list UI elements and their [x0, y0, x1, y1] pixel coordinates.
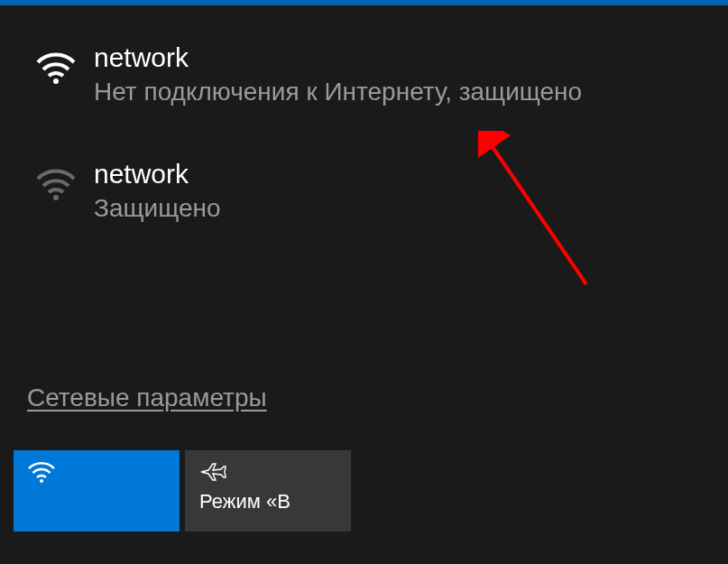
wifi-icon	[36, 46, 76, 86]
airplane-icon	[199, 461, 226, 483]
network-status: Нет подключения к Интернету, защищено	[94, 76, 582, 108]
svg-point-1	[53, 195, 59, 200]
airplane-mode-tile[interactable]: Режим «В	[185, 450, 351, 532]
network-item-connected[interactable]: network Нет подключения к Интернету, защ…	[36, 42, 701, 108]
network-list: network Нет подключения к Интернету, защ…	[0, 5, 728, 226]
network-name: network	[94, 158, 221, 190]
network-info: network Защищено	[94, 158, 221, 225]
wifi-icon	[28, 461, 55, 483]
network-settings-link[interactable]: Сетевые параметры	[27, 384, 267, 412]
network-item-available[interactable]: network Защищено	[36, 158, 701, 225]
wifi-icon	[36, 162, 76, 202]
svg-point-2	[40, 479, 43, 483]
network-info: network Нет подключения к Интернету, защ…	[94, 42, 582, 108]
airplane-tile-label: Режим «В	[199, 490, 336, 513]
network-status: Защищено	[94, 192, 221, 225]
network-name: network	[94, 42, 582, 74]
quick-action-tiles: Режим «В	[14, 450, 728, 532]
wifi-tile[interactable]	[14, 450, 180, 532]
svg-point-0	[53, 79, 59, 84]
